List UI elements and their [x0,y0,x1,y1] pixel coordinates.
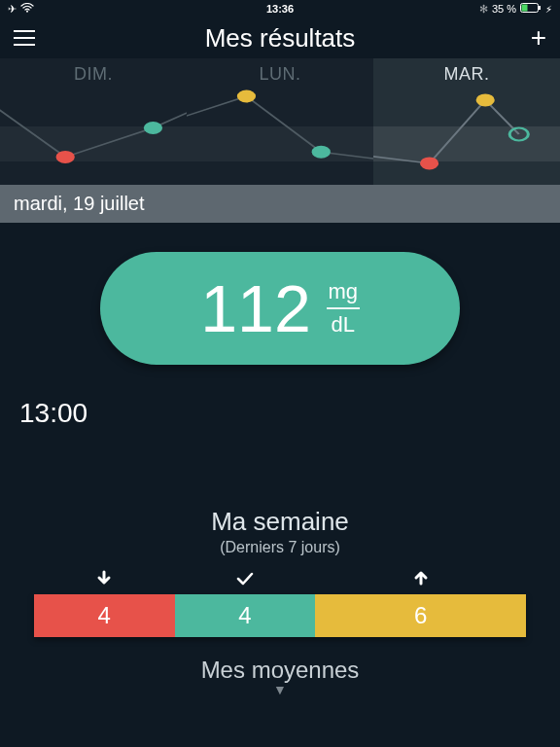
wifi-icon [20,3,34,15]
day-cell-sun[interactable]: DIM. [0,58,187,185]
svg-rect-3 [539,6,541,10]
week-title: Ma semaine [0,507,560,537]
battery-icon [520,3,542,15]
svg-point-4 [56,151,75,163]
day-label: MAR. [373,64,560,85]
page-title: Mes résultats [35,23,525,53]
day-label: DIM. [0,64,187,85]
day-label: LUN. [187,64,373,85]
selected-date: mardi, 19 juillet [0,185,560,223]
unit-bottom: dL [331,312,354,338]
reading-value: 112 [200,275,310,341]
status-time: 13:36 [190,3,371,15]
reading-unit: mg dL [327,279,360,338]
add-button[interactable]: + [525,22,546,53]
svg-point-9 [476,93,495,106]
reading-time: 13:00 [0,374,560,439]
svg-point-6 [237,90,256,103]
svg-point-5 [144,122,162,134]
status-bar: ✈︎ 13:36 ✻ 35 % ⚡︎ [0,0,560,18]
battery-pct: 35 % [492,3,516,15]
segment-ok[interactable]: 4 [175,594,316,637]
week-section: Ma semaine (Derniers 7 jours) 4 4 6 [0,507,560,637]
trend-chart-row: DIM. LUN. MAR. [0,58,560,185]
charging-icon: ⚡︎ [545,4,552,15]
day-cell-mon[interactable]: LUN. [187,58,373,185]
week-subtitle: (Derniers 7 jours) [0,539,560,556]
header: Mes résultats + [0,18,560,58]
segment-high[interactable]: 6 [315,594,526,637]
svg-point-7 [312,146,331,159]
svg-point-8 [420,157,438,169]
svg-point-0 [26,11,28,13]
arrow-up-icon [315,570,526,590]
chevron-down-icon[interactable]: ▼ [0,682,560,697]
bluetooth-icon: ✻ [479,3,488,16]
check-icon [175,570,316,590]
day-cell-tue[interactable]: MAR. [373,58,560,185]
unit-top: mg [328,279,358,304]
svg-rect-2 [522,5,528,12]
averages-label[interactable]: Mes moyennes [0,657,560,684]
reading-pill[interactable]: 112 mg dL [100,252,460,365]
airplane-icon: ✈︎ [8,3,17,16]
arrow-down-icon [34,570,175,590]
svg-point-10 [509,128,528,141]
segment-low[interactable]: 4 [34,594,175,637]
menu-button[interactable] [14,30,35,46]
week-bar[interactable]: 4 4 6 [34,594,526,637]
